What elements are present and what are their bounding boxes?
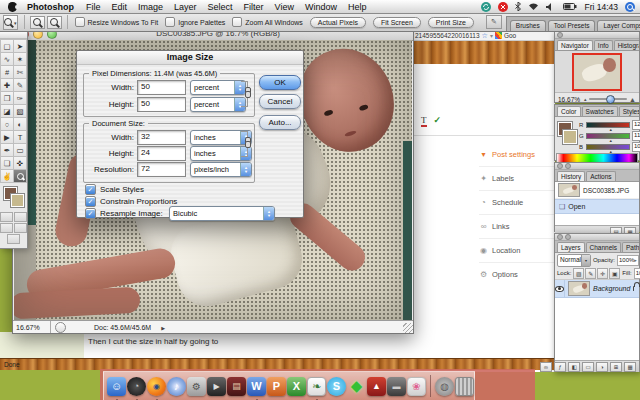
adjustment-layer-icon[interactable]: ◑ [596,362,608,372]
sync-menu-icon[interactable] [481,2,491,12]
history-state-open[interactable]: ❏ Open [555,199,639,214]
apple-menu-icon[interactable] [8,2,17,12]
quick-mask-button[interactable] [14,212,27,222]
history-palette[interactable]: HistoryActions DSC00385.JPG ❏ Open ▤▦ [554,162,640,232]
resolution-input[interactable]: 72 [137,162,186,177]
resolution-unit-dropdown[interactable]: pixels/inch [190,162,252,177]
tab-swatches[interactable]: Swatches [582,106,618,116]
tab-actions[interactable]: Actions [586,171,615,181]
delete-layer-icon[interactable]: ▦ [624,362,636,372]
sidebar-item-post-settings[interactable]: ▾Post settings [479,143,555,166]
dock-item-powerpoint[interactable]: P [267,377,286,396]
tool-rectangular-marquee[interactable]: ▢ [1,40,13,52]
zoom-level-field[interactable]: 16.67% [13,321,51,333]
ok-button[interactable]: OK [259,75,301,90]
dock-item-finder[interactable]: ☺ [107,377,126,396]
menu-clock[interactable]: Fri 14:43 [584,2,618,12]
palette-well-tab-layer-comps[interactable]: Layer Comps [597,20,640,31]
palette-title-bar[interactable] [555,234,639,241]
menu-image[interactable]: Image [138,2,163,12]
url-text[interactable]: 214595564220016113 [415,32,480,39]
spellcheck-icon[interactable]: ✓ [434,115,442,127]
zoom-slider[interactable] [589,98,628,100]
menu-window[interactable]: Window [305,2,337,12]
layer-mask-icon[interactable]: ◧ [568,362,580,372]
fill-field[interactable]: 100% [634,268,640,279]
menu-layer[interactable]: Layer [174,2,197,12]
menu-filter[interactable]: Filter [244,2,264,12]
navigator-palette[interactable]: NavigatorInfoHistogram 16.67% ▴ ▲ [554,31,640,103]
dock-item-trash[interactable] [455,377,474,396]
channel-value[interactable]: 101 [632,142,640,152]
imageready-button[interactable] [7,234,20,244]
tool-healing-brush[interactable]: ✚ [1,79,13,91]
palette-title-bar[interactable] [555,32,639,39]
tool-magic-wand[interactable]: ✶ [14,53,26,65]
dock-item-skype[interactable]: S [327,377,346,396]
navigator-thumbnail[interactable] [572,53,622,91]
opacity-field[interactable]: 100% [617,255,639,266]
checkbox-box[interactable] [232,17,242,27]
menu-select[interactable]: Select [208,2,233,12]
new-layer-icon[interactable]: ⊞ [610,362,622,372]
status-popup-arrow-icon[interactable] [161,324,165,331]
palette-close-icon[interactable] [557,163,563,169]
dock-item-itunes[interactable]: ♪ [167,377,186,396]
blend-mode-dropdown[interactable]: Normal [557,254,591,267]
doc-height-input[interactable]: 24 [137,146,186,161]
bluetooth-icon[interactable] [515,2,521,11]
tool-gradient[interactable]: ▧ [14,105,26,117]
dock-item-adobe-reader[interactable]: ▲ [367,377,386,396]
sidebar-item-location[interactable]: ◉Location [479,238,555,262]
zoom-in-icon[interactable]: ▲ [629,96,636,103]
dock-item-front-row[interactable]: ▶ [207,377,226,396]
option-checkbox-ignore-palettes[interactable]: Ignore Palettes [165,17,225,27]
menu-help[interactable]: Help [348,2,367,12]
tool-type[interactable]: T [14,131,26,143]
channel-slider[interactable]: ▲ [586,144,630,150]
dock-item-excel[interactable]: X [287,377,306,396]
tab-info[interactable]: Info [594,40,613,50]
volume-icon[interactable] [546,3,556,11]
background-color-swatch[interactable] [11,194,24,207]
tool-lasso[interactable]: ∿ [1,53,13,65]
dock-item-system-preferences[interactable]: ⚙ [187,377,206,396]
palette-close-icon[interactable] [557,234,563,240]
zoom-slider-thumb[interactable] [606,95,615,104]
visibility-toggle[interactable] [555,280,565,297]
image-size-dialog[interactable]: Image Size Pixel Dimensions: 11.4M (was … [76,50,304,218]
tool-history-brush[interactable]: ✑ [14,92,26,104]
wifi-icon[interactable] [528,2,539,11]
sidebar-item-labels[interactable]: ✦Labels [479,166,555,190]
pixel-height-unit-dropdown[interactable]: percent [190,97,246,112]
channel-value[interactable]: 121 [632,120,640,130]
sidebar-item-links[interactable]: ∞Links [479,214,555,238]
tab-layers[interactable]: Layers [557,242,585,252]
tab-history[interactable]: History [557,171,585,181]
pixel-width-unit-dropdown[interactable]: percent [190,80,246,95]
palette-collapse-icon[interactable] [565,234,571,240]
screen-mode-button[interactable] [0,223,13,233]
tool-dodge[interactable]: ◐ [14,118,26,130]
screen-mode-menu-button[interactable] [14,223,27,233]
dock-item-word[interactable]: W [247,377,266,396]
dock-item-hard-drive[interactable]: ▬ [387,377,406,396]
auto-button[interactable]: Auto... [259,115,301,130]
slider-thumb-icon[interactable]: ▲ [609,149,613,154]
palette-well-tab-brushes[interactable]: Brushes [510,20,546,31]
remove-formatting-icon[interactable]: T [421,115,427,127]
palette-close-icon[interactable] [557,32,563,38]
layer-style-icon[interactable]: ƒ [554,362,566,372]
palette-collapse-icon[interactable] [565,163,571,169]
tool-path-selection[interactable]: ▶ [1,131,13,143]
navigator-zoom-field[interactable]: 16.67% [558,96,582,103]
channel-value[interactable]: 112 [632,131,640,141]
tab-navigator[interactable]: Navigator [557,40,593,50]
tool-shape[interactable]: ▭ [14,144,26,156]
zoom-in-mode-button[interactable] [30,16,45,29]
tool-blur[interactable]: ○ [1,118,13,130]
dock-item-stack[interactable]: ◍ [435,377,454,396]
resample-method-dropdown[interactable]: Bicubic [169,206,275,221]
dock-item-photo-booth[interactable]: ▤ [227,377,246,396]
tool-slice[interactable]: ✄ [14,66,26,78]
